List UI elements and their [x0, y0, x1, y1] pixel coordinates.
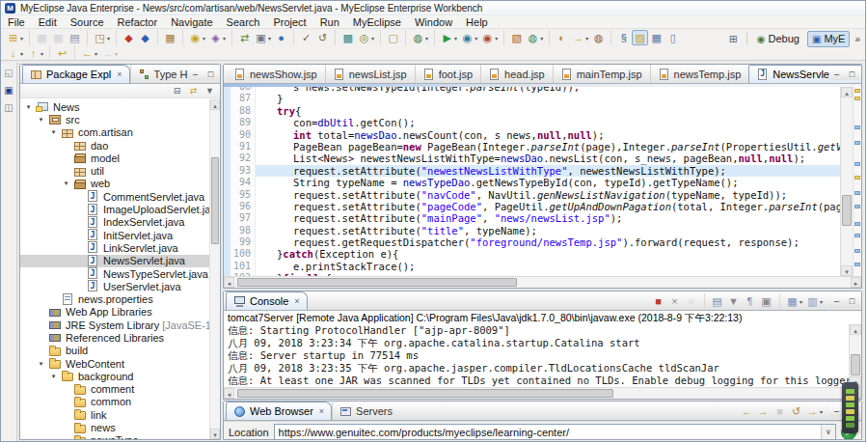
expand-arrow-icon[interactable]: ▾	[37, 116, 45, 124]
tree-item-common[interactable]: common	[20, 396, 209, 408]
new-package-button[interactable]: ◈▾	[207, 30, 228, 45]
tree-scrollbar-thumb[interactable]	[211, 157, 219, 244]
tree-item-linkservlet-java[interactable]: LinkServlet.java	[20, 241, 209, 254]
tree-item-web[interactable]: ▾web	[20, 178, 209, 190]
dropdown-arrow-icon[interactable]: ▾	[425, 35, 428, 42]
database-explorer-button[interactable]: ▦	[162, 30, 178, 45]
minimize-editor-button[interactable]: –	[829, 68, 844, 80]
tree-item-newsservlet-java[interactable]: NewsServlet.java	[20, 255, 209, 267]
annotation-mark[interactable]	[854, 125, 860, 129]
link-with-editor-button[interactable]: ⇄	[186, 85, 201, 97]
show-source-button[interactable]: ▦	[648, 30, 665, 45]
dropdown-arrow-icon[interactable]: ▾	[585, 35, 588, 42]
annotation-mark[interactable]	[854, 249, 860, 253]
code-line-94[interactable]: 94String typeName = newsTypeDao.getNewsT…	[224, 177, 840, 188]
tree-item-newstype[interactable]: newsType	[20, 434, 209, 439]
view-menu-button[interactable]: ▼	[203, 85, 217, 97]
tree-item-webcontent[interactable]: ▾WebContent	[20, 357, 209, 370]
new-ejb-project-button[interactable]: ◆	[121, 30, 137, 45]
view-tab-web-browser[interactable]: Web Browser×	[226, 402, 332, 420]
dropdown-arrow-icon[interactable]: ▾	[223, 35, 226, 42]
editor-hscrollbar-thumb[interactable]	[237, 278, 517, 287]
tree-item-src[interactable]: ▾src	[20, 113, 209, 125]
scroll-left-icon[interactable]: ◂	[224, 277, 234, 288]
menu-file[interactable]: File	[1, 15, 32, 28]
collapse-all-button[interactable]: ⊟	[170, 85, 184, 97]
back-button[interactable]: ←▾	[79, 45, 99, 61]
expand-arrow-icon[interactable]: ▾	[49, 373, 58, 380]
outline-view-button[interactable]: ◫	[2, 100, 15, 114]
console-output-text[interactable]: 信息: Starting ProtocolHandler ["ajp-apr-8…	[224, 324, 849, 387]
terminate-button[interactable]: ■	[650, 293, 666, 309]
tree-item-util[interactable]: util	[20, 164, 209, 177]
dropdown-arrow-icon[interactable]: ▾	[107, 35, 110, 42]
annotation-mark[interactable]	[854, 205, 860, 208]
tree-scrollbar[interactable]: ▴ ▾	[209, 99, 220, 439]
snippets-button[interactable]: ▢	[385, 30, 401, 45]
editor-tab-head-jsp[interactable]: head.jsp	[480, 65, 553, 83]
debug-perspective-button[interactable]: ◉Debug	[752, 31, 804, 47]
tree-item-newstypeservlet-java[interactable]: NewsTypeServlet.java	[20, 267, 209, 280]
ime-overlay-widget[interactable]	[842, 382, 858, 433]
scroll-right-icon[interactable]: ▸	[851, 277, 861, 288]
location-input[interactable]	[274, 424, 836, 440]
dropdown-arrow-icon[interactable]: ▾	[495, 35, 498, 42]
web-browser-button[interactable]: ●	[273, 30, 289, 45]
view-tab-servers[interactable]: Servers	[332, 402, 400, 420]
annotation-mark[interactable]	[854, 141, 860, 145]
refresh-deploy-button[interactable]: ↺	[314, 30, 331, 45]
close-icon[interactable]: ×	[292, 296, 299, 306]
annotation-mark[interactable]	[854, 176, 860, 180]
annotation-mark[interactable]	[854, 191, 860, 195]
menu-search[interactable]: Search	[220, 15, 267, 28]
expand-arrow-icon[interactable]: ▾	[37, 360, 45, 368]
minimize-console-button[interactable]: –	[829, 294, 844, 307]
dropdown-arrow-icon[interactable]: ▾	[475, 35, 477, 42]
perspective-overflow-chevron[interactable]: »	[853, 34, 862, 44]
scroll-up-icon[interactable]: ▴	[210, 99, 220, 110]
run-config-button[interactable]: ◉▾	[459, 30, 479, 45]
new-wizard-button[interactable]: ⊞▾	[5, 30, 25, 45]
new-web-project-button[interactable]: ◳▾	[92, 30, 112, 45]
code-line-90[interactable]: 90int total=newsDao.newsCount(con, s_new…	[224, 129, 840, 141]
dropdown-arrow-icon[interactable]: ▾	[203, 35, 205, 42]
dropdown-arrow-icon[interactable]: ▾	[454, 35, 457, 42]
display-selected-console-button[interactable]: ▦▾	[784, 293, 804, 309]
tree-item-news-properties[interactable]: news.properties	[20, 292, 209, 305]
dropdown-arrow-icon[interactable]: ▾	[20, 35, 23, 42]
dropdown-arrow-icon[interactable]: ▾	[20, 50, 23, 57]
tree-item-build[interactable]: build	[20, 345, 209, 357]
overview-ruler[interactable]	[853, 87, 861, 276]
myeclipse-perspective-button[interactable]: ▣MyE	[807, 31, 850, 47]
breadcrumb-button[interactable]: §	[615, 30, 632, 45]
expand-arrow-icon[interactable]: ▾	[62, 180, 70, 187]
browser-back-button[interactable]: ←	[739, 403, 755, 419]
expand-arrow-icon[interactable]: ▾	[49, 128, 58, 136]
prev-annotation-button[interactable]: ↑▾	[25, 45, 45, 61]
dropdown-arrow-icon[interactable]: ▾	[115, 50, 118, 57]
editor-horizontal-scrollbar[interactable]: ◂ ▸	[224, 276, 861, 288]
scroll-down-icon[interactable]: ▾	[210, 429, 220, 439]
minimize-view-button[interactable]: –	[188, 68, 203, 80]
tree-item-initservlet-java[interactable]: InitServlet.java	[20, 229, 209, 241]
code-line-93[interactable]: 93request.setAttribute("newestNewsListWi…	[224, 165, 840, 177]
debug-config-button[interactable]: ◉▾	[479, 30, 500, 45]
code-line-99[interactable]: 99request.getRequestDispatcher("foregrou…	[224, 236, 840, 248]
run-server-button[interactable]: ▣▾	[253, 30, 273, 45]
browser-launch-button[interactable]: →▾	[804, 403, 825, 419]
menu-run[interactable]: Run	[313, 15, 346, 28]
scroll-left-icon[interactable]: ◂	[224, 388, 234, 399]
tree-item-com-artisan[interactable]: ▾com.artisan	[20, 126, 209, 139]
view-tab-package-expl[interactable]: Package Expl×	[22, 65, 130, 83]
launch-wizard-button[interactable]: →▾	[570, 30, 590, 45]
menu-navigate[interactable]: Navigate	[164, 15, 219, 28]
validate-button[interactable]: ✓	[298, 30, 314, 45]
new-report-button[interactable]: ▩	[339, 30, 356, 45]
new-class-button[interactable]: ◉▾	[187, 30, 207, 45]
console-hscrollbar-thumb[interactable]	[237, 389, 613, 398]
annotation-mark[interactable]	[854, 263, 860, 266]
tree-item-indexservlet-java[interactable]: IndexServlet.java	[20, 216, 209, 229]
editor-tab-newstemp-jsp[interactable]: newsTemp.jsp	[650, 65, 749, 83]
coverage-button[interactable]: ▧	[508, 30, 525, 45]
tree-item-link[interactable]: link	[20, 408, 209, 421]
